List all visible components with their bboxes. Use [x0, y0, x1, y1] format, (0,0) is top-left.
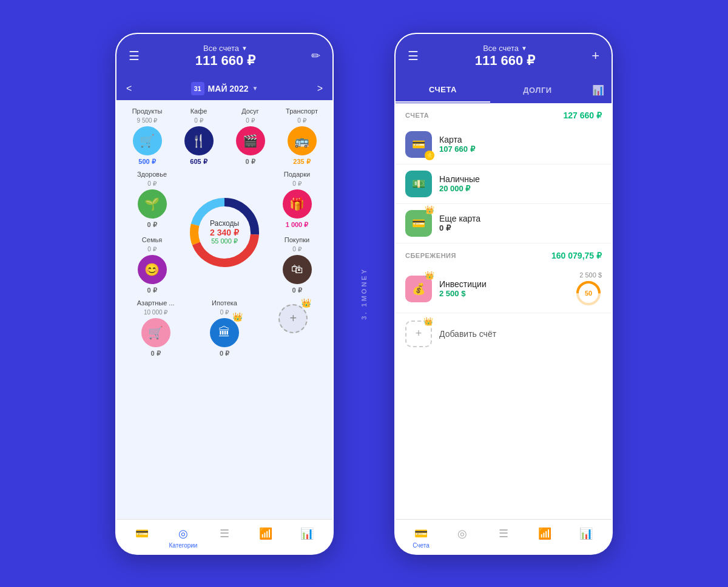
right-categories-icon: ◎: [457, 527, 467, 540]
investments-crown: 👑: [425, 271, 434, 280]
category-family[interactable]: Семья 0 ₽ 😊 0 ₽: [124, 236, 180, 294]
categories-icon: ◎: [178, 527, 188, 540]
family-icon: 😊: [138, 255, 167, 284]
tab-debts[interactable]: ДОЛГИ: [490, 78, 585, 102]
stats-icon: 📊: [300, 527, 314, 540]
karta-info: Карта 107 660 ₽: [439, 135, 602, 154]
produkty-icon: 🛒: [133, 126, 162, 155]
prev-month-button[interactable]: <: [126, 83, 132, 94]
category-gifts[interactable]: Подарки 0 ₽ 🎁 1 000 ₽: [269, 171, 325, 229]
left-menu-icon[interactable]: ☰: [129, 49, 140, 63]
add-category-icon: +: [278, 304, 308, 333]
investments-progress: 50: [575, 280, 602, 307]
right-body: СЧЕТА 127 660 ₽ 💳 ⭐ Карта 107 660 ₽ 💵: [396, 103, 612, 519]
tab-accounts[interactable]: СЧЕТА: [396, 78, 490, 103]
category-produkty[interactable]: Продукты 9 500 ₽ 🛒 500 ₽: [124, 107, 170, 166]
right-menu-icon[interactable]: ☰: [408, 49, 419, 63]
add-category[interactable]: + 👑: [261, 299, 325, 358]
accounts-section-header: СЧЕТА 127 660 ₽: [396, 103, 612, 125]
savings-total: 160 079,75 ₽: [551, 251, 602, 260]
bottom-categories: Азартные ... 10 000 ₽ 🛒 0 ₽ Ипотека 0 ₽ …: [124, 299, 325, 358]
leisure-icon: 🎬: [236, 126, 265, 155]
savings-title: СБЕРЕЖЕНИЯ: [405, 252, 456, 259]
transactions-icon: ☰: [220, 527, 229, 540]
right-footer-transactions[interactable]: ☰: [488, 527, 519, 549]
vertical-label: 3. 1MONEY: [360, 268, 368, 320]
add-account-icon: + 👑: [405, 321, 432, 347]
health-icon: 🌱: [138, 189, 167, 219]
category-shopping[interactable]: Покупки 0 ₽ 🛍 0 ₽: [269, 236, 325, 294]
category-cafe[interactable]: Кафе 0 ₽ 🍴 605 ₽: [175, 107, 222, 166]
middle-section: Здоровье 0 ₽ 🌱 0 ₽ Семья 0 ₽ 😊 0 ₽: [124, 171, 325, 294]
mortgage-icon: 🏛: [210, 318, 239, 347]
right-stats-icon: 📊: [579, 527, 593, 540]
right-footer: 💳 Счета ◎ ☰ 📶 📊: [396, 519, 612, 554]
left-edit-icon[interactable]: ✏: [311, 49, 320, 63]
right-transactions-icon: ☰: [499, 527, 508, 540]
right-footer-categories[interactable]: ◎: [447, 527, 477, 549]
transport-icon: 🚌: [288, 126, 317, 155]
eshekarta-icon: 💳 👑: [405, 210, 432, 237]
left-footer: 💳 ◎ Категории ☰ 📶 📊: [116, 519, 332, 554]
account-nalichnie[interactable]: 💵 Наличные 20 000 ₽: [396, 165, 612, 204]
donut-center: Расходы 2 340 ₽ 55 000 ₽: [210, 219, 239, 245]
add-account-crown: 👑: [423, 317, 433, 326]
category-leisure[interactable]: Досуг 0 ₽ 🎬 0 ₽: [227, 107, 274, 166]
investments-info: Инвестиции 2 500 $: [439, 279, 568, 298]
category-gambling[interactable]: Азартные ... 10 000 ₽ 🛒 0 ₽: [124, 299, 187, 358]
right-middle-cats: Подарки 0 ₽ 🎁 1 000 ₽ Покупки 0 ₽ 🛍 0 ₽: [269, 171, 325, 294]
account-eshekarta[interactable]: 💳 👑 Еще карта 0 ₽: [396, 204, 612, 243]
nalichnie-info: Наличные 20 000 ₽: [439, 174, 602, 193]
footer-transactions[interactable]: ☰: [209, 527, 240, 549]
mortgage-crown: 👑: [232, 312, 243, 322]
right-phone: ☰ Все счета ▼ 111 660 ₽ + СЧЕТА ДОЛГИ 📊: [394, 33, 613, 555]
left-nav: < 31 МАЙ 2022 ▼ >: [116, 77, 332, 100]
footer-categories[interactable]: ◎ Категории: [168, 527, 198, 549]
chart-icon[interactable]: 📊: [585, 77, 612, 103]
right-balance: 111 660 ₽: [475, 53, 536, 69]
account-karta[interactable]: 💳 ⭐ Карта 107 660 ₽: [396, 125, 612, 165]
shopping-icon: 🛍: [283, 255, 312, 284]
footer-stats[interactable]: 📊: [292, 527, 322, 549]
category-transport[interactable]: Транспорт 0 ₽ 🚌 235 ₽: [278, 107, 325, 166]
right-accounts-icon: 💳: [414, 527, 428, 540]
karta-icon: 💳 ⭐: [405, 131, 432, 158]
sync-icon: 📶: [259, 527, 272, 540]
left-middle-cats: Здоровье 0 ₽ 🌱 0 ₽ Семья 0 ₽ 😊 0 ₽: [124, 171, 180, 294]
add-account-row[interactable]: + 👑 Добавить счёт: [396, 313, 612, 355]
investments-icon: 💰 👑: [405, 276, 432, 302]
nalichnie-icon: 💵: [405, 171, 432, 197]
donut-chart: Расходы 2 340 ₽ 55 000 ₽: [185, 193, 264, 272]
gambling-icon: 🛒: [141, 318, 170, 347]
category-mortgage[interactable]: Ипотека 0 ₽ 🏛 👑 0 ₽: [192, 299, 256, 358]
savings-section-header: СБЕРЕЖЕНИЯ 160 079,75 ₽: [396, 243, 612, 265]
investments-right: 2 500 $ 50: [575, 271, 602, 307]
date-label: 31 МАЙ 2022 ▼: [191, 82, 258, 95]
right-footer-stats[interactable]: 📊: [571, 527, 601, 549]
cafe-icon: 🍴: [184, 126, 214, 155]
right-footer-accounts[interactable]: 💳 Счета: [406, 527, 436, 549]
add-account-label: Добавить счёт: [439, 329, 496, 339]
eshekarta-info: Еще карта 0 ₽: [439, 214, 602, 232]
category-health[interactable]: Здоровье 0 ₽ 🌱 0 ₽: [124, 171, 180, 229]
right-account-label: Все счета ▼: [475, 44, 536, 53]
vertical-label-container: 3. 1MONEY: [352, 203, 376, 385]
right-header: ☰ Все счета ▼ 111 660 ₽ +: [396, 34, 612, 77]
footer-cards[interactable]: 💳: [127, 527, 157, 549]
right-sync-icon: 📶: [538, 527, 551, 540]
gifts-icon: 🎁: [283, 189, 312, 219]
eshekarta-crown: 👑: [425, 205, 434, 214]
tabs-row: СЧЕТА ДОЛГИ 📊: [396, 77, 612, 103]
left-account-label: Все счета ▼: [195, 44, 256, 53]
accounts-total: 127 660 ₽: [564, 110, 602, 120]
next-month-button[interactable]: >: [317, 83, 323, 94]
right-footer-sync[interactable]: 📶: [530, 527, 560, 549]
add-category-crown: 👑: [301, 298, 311, 308]
footer-sync[interactable]: 📶: [251, 527, 281, 549]
karta-star: ⭐: [425, 151, 434, 160]
account-investments[interactable]: 💰 👑 Инвестиции 2 500 $ 2 500 $ 5: [396, 265, 612, 313]
app-container: ☰ Все счета ▼ 111 660 ₽ ✏ < 31 МАЙ 2022 …: [103, 21, 625, 567]
right-plus-icon[interactable]: +: [592, 48, 599, 64]
date-day: 31: [191, 82, 204, 95]
cards-icon: 💳: [135, 527, 149, 540]
